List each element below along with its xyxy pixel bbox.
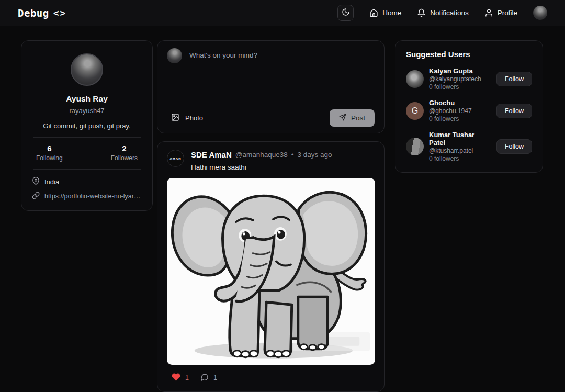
profile-bio: Git commit, git push, git pray. [21,122,152,130]
post-image-elephant [167,178,375,365]
post-button-label: Post [351,114,365,122]
profile-username: rayayush47 [21,107,152,115]
moon-icon [342,8,350,18]
website-link[interactable]: https://portfolio-website-nu-lyart.ver… [44,193,142,200]
theme-toggle-button[interactable] [337,5,354,21]
post-composer: Photo Post [157,40,385,133]
bell-icon [417,8,426,17]
navbar-right: Home Notifications Profile [337,5,547,21]
heart-icon [172,373,180,383]
composer-top [167,48,375,98]
post-meta-line: SDE AmaN @amanhaque38 • 3 days ago [191,150,332,159]
website-row: https://portfolio-website-nu-lyart.ver… [32,192,142,201]
composer-avatar [167,48,182,63]
profile-avatar[interactable] [71,53,103,86]
suggested-users-card: Suggested Users Kalyan Gupta @kalyangupt… [395,40,543,173]
elephant-illustration [167,178,375,365]
user-avatar[interactable] [406,138,424,155]
following-stat[interactable]: 6 Following [36,144,63,162]
user-handle: @ghochu.1947 [429,107,472,115]
follow-button[interactable]: Follow [496,104,532,118]
following-label: Following [36,154,63,162]
followers-count: 2 [122,144,126,153]
post-submit-button[interactable]: Post [330,109,375,127]
app-root: Debug <> Home Notifications [0,0,565,392]
post-content-text: Hathi mera saathi [191,163,332,171]
profile-stats: 6 Following 2 Followers [21,138,152,162]
post-author-handle: @amanhaque38 [235,151,288,159]
nav-link-home[interactable]: Home [369,8,401,17]
followers-stat[interactable]: 2 Followers [111,144,138,162]
user-handle: @kalyanguptatech [429,75,481,83]
composer-input[interactable] [189,48,375,98]
post-header: AMAN SDE AmaN @amanhaque38 • 3 days ago … [167,150,375,171]
nav-link-profile[interactable]: Profile [484,8,517,17]
followers-label: Followers [111,154,138,162]
user-followers: 0 followers [429,115,472,122]
nav-link-notifications[interactable]: Notifications [417,8,469,17]
suggested-user-row: G Ghochu @ghochu.1947 0 followers Follow [406,99,532,122]
nav-link-label: Profile [498,9,517,17]
follow-button[interactable]: Follow [496,139,532,154]
link-icon [32,192,40,201]
post-timestamp: 3 days ago [298,151,332,159]
user-info: Kalyan Gupta @kalyanguptatech 0 follower… [429,67,481,91]
like-button[interactable]: 1 [172,373,189,383]
comment-button[interactable]: 1 [200,373,217,383]
image-icon [171,113,179,123]
profile-card: Ayush Ray rayayush47 Git commit, git pus… [21,40,153,211]
post-author-avatar[interactable]: AMAN [167,150,184,167]
suggested-user-row: Kumar Tushar Patel @ktusharr.patel 0 fol… [406,131,532,162]
suggested-user-row: Kalyan Gupta @kalyanguptatech 0 follower… [406,67,532,91]
user-handle: @ktusharr.patel [429,147,491,154]
location-row: India [32,177,142,186]
user-name[interactable]: Ghochu [429,99,472,107]
post-author-name[interactable]: SDE AmaN [191,150,232,159]
location-text: India [44,178,59,186]
user-followers: 0 followers [429,155,491,162]
suggested-users-title: Suggested Users [406,50,532,59]
map-pin-icon [32,177,40,186]
code-brackets-icon: <> [53,7,67,18]
navbar: Debug <> Home Notifications [0,0,565,26]
like-count: 1 [185,374,189,382]
navbar-user-avatar[interactable] [533,6,547,20]
brand-logo[interactable]: Debug <> [18,7,66,19]
post-actions: 1 1 [167,373,375,383]
profile-meta: India https://portfolio-website-nu-lyart… [21,170,152,201]
composer-footer: Photo Post [167,103,375,127]
comment-count: 1 [213,374,217,382]
user-info: Ghochu @ghochu.1947 0 followers [429,99,472,122]
separator-dot: • [291,151,294,159]
comment-icon [200,373,209,383]
post-card: AMAN SDE AmaN @amanhaque38 • 3 days ago … [157,141,385,392]
user-name[interactable]: Kalyan Gupta [429,67,481,75]
following-count: 6 [47,144,51,153]
user-info: Kumar Tushar Patel @ktusharr.patel 0 fol… [429,131,491,162]
nav-link-label: Notifications [430,9,469,17]
brand-name: Debug [18,7,49,19]
follow-button[interactable]: Follow [496,72,532,86]
user-followers: 0 followers [429,83,481,91]
nav-link-label: Home [382,9,401,17]
photo-label: Photo [185,114,203,122]
add-photo-button[interactable]: Photo [167,111,207,125]
post-header-text: SDE AmaN @amanhaque38 • 3 days ago Hathi… [191,150,332,171]
home-icon [369,8,378,17]
send-icon [339,114,346,122]
user-avatar[interactable] [406,70,424,88]
user-name[interactable]: Kumar Tushar Patel [429,131,491,147]
profile-name: Ayush Ray [21,94,152,104]
user-avatar[interactable]: G [406,102,424,120]
user-icon [484,8,493,17]
